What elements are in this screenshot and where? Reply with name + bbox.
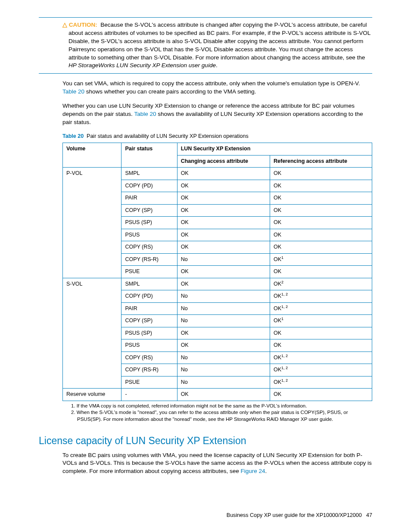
cell-pair-status: COPY (PD) [121,290,177,303]
cell-pair-status: PSUS (SP) [121,327,177,339]
cell-changing: No [177,364,270,376]
th-referencing: Referencing access attribute [270,155,372,168]
th-volume: Volume [63,143,121,168]
para1-a: You can set VMA, which is required to co… [62,80,360,87]
pair-status-table: Volume Pair status LUN Security XP Exten… [62,143,372,401]
cell-pair-status: PAIR [121,302,177,315]
cell-referencing: OK1, 2 [270,364,372,376]
cell-referencing: OK1 [270,315,372,327]
cell-changing: No [177,376,270,389]
th-lun-group: LUN Security XP Extension [177,143,372,156]
table-row: Reserve volume-OKOK [63,389,372,401]
cell-referencing: OK [270,180,372,192]
section-heading: License capacity of LUN Security XP Exte… [39,434,372,448]
cell-referencing: OK [270,217,372,229]
cell-referencing: OK [270,339,372,352]
cell-referencing: OK1, 2 [270,376,372,389]
footnote-2: 2. When the S-VOL's mode is "noread", yo… [71,409,372,423]
cell-pair-status: COPY (SP) [121,204,177,217]
link-table20-a[interactable]: Table 20 [62,88,84,95]
footer-page: 47 [366,512,372,518]
table-caption-text: Pair status and availability of LUN Secu… [87,133,249,139]
cell-pair-status: COPY (RS-R) [121,253,177,266]
cell-changing: OK [177,339,270,352]
table-caption-label: Table 20 [62,133,84,139]
caution-label: CAUTION: [69,22,97,28]
cell-pair-status: COPY (RS) [121,241,177,254]
cell-pair-status: COPY (RS) [121,352,177,364]
section-para-a: To create BC pairs using volumes with VM… [62,452,372,475]
cell-changing: OK [177,192,270,205]
cell-changing: OK [177,217,270,229]
cell-referencing: OK1, 2 [270,302,372,315]
cell-referencing: OK1, 2 [270,352,372,364]
cell-pair-status: SMPL [121,278,177,290]
cell-referencing: OK2 [270,278,372,290]
cell-changing: OK [177,229,270,241]
cell-pair-status: COPY (RS-R) [121,364,177,376]
caution-rule-bottom [39,73,372,74]
caution-rule-top [39,17,372,18]
cell-changing: OK [177,241,270,254]
cell-referencing: OK [270,266,372,278]
cell-referencing: OK1, 2 [270,290,372,303]
cell-referencing: OK [270,229,372,241]
cell-referencing: OK [270,168,372,180]
para1-b: shows whether you can create pairs accor… [84,88,256,95]
cell-pair-status: PAIR [121,192,177,205]
cell-referencing: OK [270,204,372,217]
cell-referencing: OK [270,192,372,205]
cell-referencing: OK [270,241,372,254]
footnotes: 1. If the VMA copy is not completed, ref… [71,403,372,423]
footnote-1: 1. If the VMA copy is not completed, ref… [71,403,372,410]
caution-block: △ CAUTION: Because the S-VOL's access at… [62,21,372,70]
cell-referencing: OK [270,389,372,401]
cell-changing: OK [177,389,270,401]
cell-pair-status: PSUS [121,339,177,352]
cell-pair-status: PSUE [121,266,177,278]
section-para-b: . [265,468,267,474]
cell-volume: Reserve volume [63,389,121,401]
caution-icon: △ [62,22,67,28]
cell-referencing: OK1 [270,253,372,266]
cell-changing: OK [177,266,270,278]
cell-changing: OK [177,327,270,339]
link-figure24[interactable]: Figure 24 [240,468,265,474]
cell-changing: No [177,253,270,266]
paragraph-lun: Whether you can use LUN Security XP Exte… [62,102,372,127]
paragraph-vma: You can set VMA, which is required to co… [62,80,372,96]
section-paragraph: To create BC pairs using volumes with VM… [62,451,372,476]
cell-pair-status: PSUS [121,229,177,241]
cell-pair-status: PSUS (SP) [121,217,177,229]
table-caption: Table 20 Pair status and availability of… [62,133,372,140]
cell-changing: OK [177,168,270,180]
cell-pair-status: COPY (PD) [121,180,177,192]
cell-changing: No [177,302,270,315]
cell-changing: No [177,290,270,303]
cell-referencing: OK [270,327,372,339]
cell-changing: No [177,352,270,364]
table-row: S-VOLSMPLOKOK2 [63,278,372,290]
cell-volume: S-VOL [63,278,121,389]
page-footer: Business Copy XP user guide for the XP10… [227,512,372,520]
footer-title: Business Copy XP user guide for the XP10… [227,512,362,518]
table-row: P-VOLSMPLOKOK [63,168,372,180]
th-pair-status: Pair status [121,143,177,168]
caution-ref: HP StorageWorks LUN Security XP Extensio… [68,62,216,68]
cell-changing: OK [177,204,270,217]
th-changing: Changing access attribute [177,155,270,168]
cell-pair-status: - [121,389,177,401]
cell-volume: P-VOL [63,168,121,278]
cell-changing: OK [177,278,270,290]
cell-pair-status: SMPL [121,168,177,180]
link-table20-b[interactable]: Table 20 [134,111,156,117]
cell-changing: No [177,315,270,327]
cell-changing: OK [177,180,270,192]
caution-body: Because the S-VOL's access attribute is … [68,22,371,61]
cell-pair-status: COPY (SP) [121,315,177,327]
cell-pair-status: PSUE [121,376,177,389]
